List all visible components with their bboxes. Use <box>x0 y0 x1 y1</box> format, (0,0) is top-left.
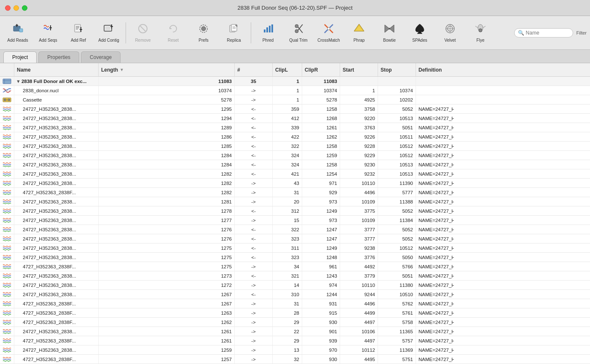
table-row[interactable]: 4727_H352363_2838F... 1261 -> 29 939 449… <box>0 336 590 345</box>
row-clipl: 28 <box>273 308 302 317</box>
row-hash: -> <box>235 336 273 345</box>
row-stop: 10202 <box>378 95 416 104</box>
velvet-button[interactable]: Velvet <box>436 19 464 47</box>
zoom-button[interactable] <box>22 5 27 11</box>
table-row[interactable]: 4727_H352363_2838F... 1282 -> 31 929 449… <box>0 188 590 197</box>
spades-label: SPAdes <box>412 38 427 43</box>
row-icon <box>0 262 14 271</box>
row-clipr: 974 <box>302 281 340 289</box>
row-icon <box>0 271 14 280</box>
table-row[interactable]: 24727_H352363_2838... 1259 -> 13 970 101… <box>0 345 590 355</box>
table-row[interactable]: 24727_H352363_2838... 1276 <- 322 1247 3… <box>0 225 590 234</box>
row-definition: NAME=24727_H352363_2838FullDonor_4_Amp..… <box>416 151 454 160</box>
table-row[interactable]: 24727_H352363_2838... 1276 <- 323 1247 3… <box>0 234 590 244</box>
minimize-button[interactable] <box>13 5 19 11</box>
col-header-stop[interactable]: Stop <box>378 63 416 76</box>
row-definition: NAME=24727_H352363_2838FullDonor_5_Amp..… <box>416 290 454 299</box>
table-row[interactable]: 24727_H352363_2838... 1282 <- 421 1254 9… <box>0 169 590 179</box>
row-clipr: 930 <box>302 355 340 364</box>
row-name: 4727_H352363_2838F... <box>14 336 99 345</box>
col-header-hash[interactable]: # <box>235 63 273 76</box>
crossmatch-button[interactable]: CrossMatch <box>314 19 343 47</box>
table-row[interactable]: ▼2838 Full Donor all OK exc... 11083 35 … <box>0 77 590 86</box>
add-reads-button[interactable]: Add Reads <box>3 19 32 47</box>
table-row[interactable]: 24727_H352363_2838... 1284 <- 324 1258 9… <box>0 160 590 169</box>
close-button[interactable] <box>5 5 11 11</box>
add-ref-icon <box>72 23 84 36</box>
row-definition: NAME=24727_H352363_2838FullDonor_7_Amp..… <box>416 244 454 252</box>
row-icon <box>0 123 14 132</box>
table-row[interactable]: 24727_H352363_2838... 1284 <- 324 1259 9… <box>0 151 590 160</box>
col-header-length[interactable]: Length ▼ <box>99 63 235 76</box>
table-row[interactable]: 24727_H352363_2838... 1278 <- 312 1249 3… <box>0 206 590 216</box>
table-row[interactable]: 2838_donor.nucl 10374 -> 1 10374 1 10374 <box>0 86 590 95</box>
row-stop: 5766 <box>378 262 416 271</box>
table-row[interactable]: 24727_H352363_2838... 1267 <- 310 1244 9… <box>0 290 590 299</box>
row-start: 3758 <box>340 104 378 113</box>
row-icon <box>0 308 14 317</box>
table-row[interactable]: 24727_H352363_2838... 1294 <- 412 1268 9… <box>0 114 590 123</box>
row-stop: 5051 <box>378 271 416 280</box>
table-row[interactable]: 24727_H352363_2838... 1282 -> 43 971 101… <box>0 179 590 188</box>
col-header-icon <box>0 63 14 76</box>
add-seqs-button[interactable]: Add Seqs <box>34 19 62 47</box>
row-icon <box>0 299 14 308</box>
tab-project[interactable]: Project <box>3 51 37 63</box>
col-header-clipr[interactable]: ClipR <box>302 63 340 76</box>
table-row[interactable]: 4727_H352363_2838F... 1267 -> 31 931 449… <box>0 299 590 308</box>
qual-trim-button[interactable]: Qual Trim <box>284 19 313 47</box>
tab-properties[interactable]: Properties <box>38 51 79 63</box>
prefs-button[interactable]: Prefs <box>189 19 218 47</box>
row-hash: <- <box>235 271 273 280</box>
search-box[interactable]: 🔍 <box>514 28 573 37</box>
add-ref-button[interactable]: Add Ref <box>64 19 93 47</box>
table-row[interactable]: 24727_H352363_2838... 1273 <- 321 1243 3… <box>0 271 590 281</box>
col-header-clipl[interactable]: ClipL <box>273 63 302 76</box>
table-row[interactable]: 24727_H352363_2838... 1286 <- 422 1262 9… <box>0 132 590 142</box>
add-contig-button[interactable]: Add Contig <box>94 19 123 47</box>
row-icon <box>0 345 14 354</box>
table-row[interactable]: 4727_H352363_2838F... 1263 -> 28 915 449… <box>0 308 590 318</box>
phrap-button[interactable]: Phrap <box>345 19 373 47</box>
row-start: 3777 <box>340 225 378 234</box>
table-row[interactable]: 24727_H352363_2838... 1281 -> 20 973 101… <box>0 197 590 206</box>
svg-point-57 <box>8 99 10 101</box>
table-row[interactable]: 4727_H352363_2838F... 1257 -> 32 930 449… <box>0 355 590 364</box>
search-input[interactable] <box>526 30 564 36</box>
table-row[interactable]: 24727_H352363_2838... 1277 -> 15 973 101… <box>0 216 590 225</box>
table-row[interactable]: 24727_H352363_2838... 1295 <- 359 1258 3… <box>0 104 590 114</box>
row-length: 1275 <box>99 262 235 271</box>
row-definition: NAME=24727_H352363_2838FullDonor_8_Seq..… <box>416 318 454 327</box>
flye-button[interactable]: Flye <box>466 19 495 47</box>
bowtie-button[interactable]: Bowtie <box>375 19 404 47</box>
phred-button[interactable]: Phred <box>254 19 282 47</box>
row-stop: 5052 <box>378 206 416 215</box>
col-header-name[interactable]: Name <box>14 63 99 76</box>
row-start: 9238 <box>340 244 378 252</box>
reset-button[interactable]: Reset <box>159 19 188 47</box>
table-row[interactable]: Cassette 5278 -> 1 5278 4925 10202 <box>0 95 590 104</box>
row-hash: <- <box>235 169 273 178</box>
table-row[interactable]: 4727_H352363_2838F... 1262 -> 29 930 449… <box>0 318 590 327</box>
spades-button[interactable]: SPAdes <box>405 19 434 47</box>
col-header-start[interactable]: Start <box>340 63 378 76</box>
sort-arrow: ▼ <box>120 67 124 72</box>
phred-label: Phred <box>263 38 274 43</box>
table-row[interactable]: 24727_H352363_2838... 1275 <- 311 1249 9… <box>0 244 590 253</box>
table-row[interactable]: 24727_H352363_2838... 1289 <- 339 1261 3… <box>0 123 590 132</box>
table-row[interactable]: 4727_H352363_2838F... 1275 -> 34 961 449… <box>0 262 590 271</box>
col-header-definition[interactable]: Definition <box>416 63 454 76</box>
remove-button[interactable]: Remove <box>129 19 157 47</box>
row-definition: NAME=24727_H352363_2838FullDonor_1_Amp..… <box>416 114 454 123</box>
row-clipl: 31 <box>273 299 302 308</box>
table-row[interactable]: 24727_H352363_2838... 1275 <- 323 1248 3… <box>0 253 590 262</box>
tab-coverage[interactable]: Coverage <box>81 51 121 63</box>
expand-button[interactable]: ▼ <box>16 79 21 84</box>
replica-button[interactable]: Replica <box>220 19 248 47</box>
table-row[interactable]: 24727_H352363_2838... 1285 <- 322 1258 9… <box>0 142 590 151</box>
row-clipl: 15 <box>273 216 302 225</box>
row-stop: 10510 <box>378 290 416 299</box>
table-row[interactable]: 24727_H352363_2838... 1272 -> 14 974 101… <box>0 281 590 290</box>
table-row[interactable]: 24727_H352363_2838... 1261 -> 22 901 101… <box>0 327 590 336</box>
row-name: 4727_H352363_2838F... <box>14 355 99 364</box>
